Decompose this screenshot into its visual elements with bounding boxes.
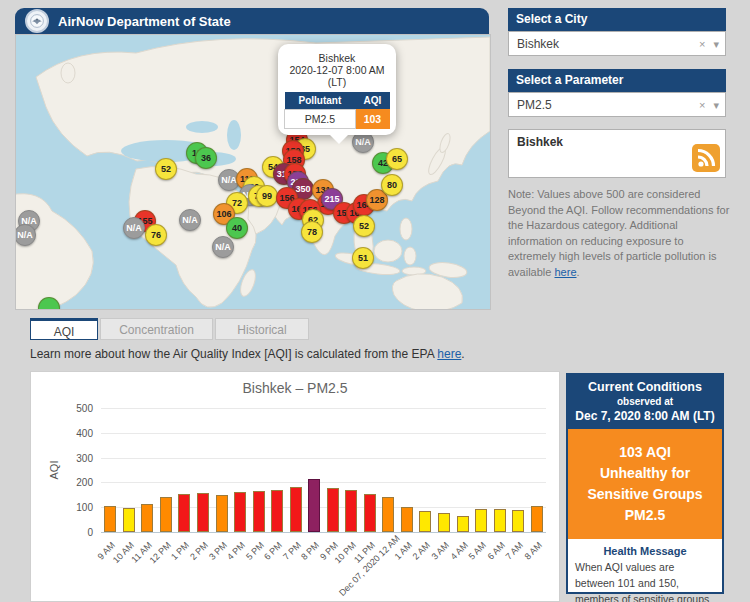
note-text: Note: Values above 500 are considered Be… <box>508 188 729 278</box>
note-here-link[interactable]: here <box>554 266 576 278</box>
y-axis-label: AQI <box>48 461 60 480</box>
world-aqi-map[interactable]: N/AN/A13365254N/A11186N/A71997210640N/AN… <box>15 34 491 310</box>
chart-bar <box>419 511 431 532</box>
aqi-map-marker[interactable]: 51 <box>352 247 374 269</box>
map-popup: Bishkek 2020-12-07 8:00 AM (LT) Pollutan… <box>278 44 396 135</box>
aqi-map-marker[interactable]: 78 <box>301 221 323 243</box>
popup-aqi-value: 103 <box>355 110 389 129</box>
parameter-clear-icon[interactable]: × <box>699 99 705 111</box>
chart-bar <box>290 487 302 532</box>
chart-bar <box>531 506 543 532</box>
feed-box: Bishkek <box>508 129 726 178</box>
chart-bar <box>178 494 190 532</box>
parameter-select[interactable]: PM2.5 ×▾ <box>508 92 726 117</box>
learn-more-text: Learn more about how the Air Quality Ind… <box>30 347 437 361</box>
cc-datetime: Dec 7, 2020 8:00 AM (LT) <box>572 409 718 423</box>
gridline <box>101 408 546 409</box>
learn-more-line: Learn more about how the Air Quality Ind… <box>30 347 465 361</box>
health-message-title: Health Message <box>568 545 722 557</box>
learn-more-suffix: . <box>461 347 464 361</box>
chart-bar <box>253 491 265 532</box>
chart-bar <box>197 493 209 532</box>
select-parameter-header: Select a Parameter <box>508 69 726 92</box>
aqi-map-marker[interactable]: N/A <box>212 236 234 258</box>
y-tick-label: 400 <box>63 428 93 439</box>
gridline <box>101 458 546 459</box>
chart-bar <box>327 488 339 532</box>
aqi-map-marker[interactable]: 36 <box>195 147 217 169</box>
chart-bar <box>494 509 506 532</box>
parameter-select-value: PM2.5 <box>517 98 552 112</box>
rss-icon[interactable] <box>692 144 720 172</box>
chart-bar <box>438 513 450 532</box>
city-clear-icon[interactable]: × <box>699 38 705 50</box>
aqi-map-marker[interactable]: 80 <box>381 174 403 196</box>
chart-bar <box>345 490 357 532</box>
y-tick-label: 0 <box>63 527 93 538</box>
tab-aqi[interactable]: AQI <box>30 318 98 340</box>
chart-bar <box>382 497 394 532</box>
aqi-bar-chart: Bishkek – PM2.5 AQI 0100200300400500 9 A… <box>30 371 560 602</box>
aqi-map-marker[interactable]: 52 <box>353 215 375 237</box>
chart-bar <box>475 509 487 532</box>
select-city-header: Select a City <box>508 8 726 31</box>
health-message-text: When AQI values are between 101 and 150,… <box>568 560 722 602</box>
chart-plot-area <box>101 408 546 533</box>
popup-timezone: (LT) <box>284 76 390 88</box>
chart-bar <box>364 494 376 532</box>
y-tick-label: 200 <box>63 477 93 488</box>
chart-bar <box>104 506 116 532</box>
parameter-caret-icon[interactable]: ▾ <box>713 99 719 111</box>
y-tick-label: 300 <box>63 453 93 464</box>
chart-bar <box>123 508 135 532</box>
tab-historical[interactable]: Historical <box>215 318 309 340</box>
y-tick-label: 100 <box>63 502 93 513</box>
cc-pollutant: PM2.5 <box>574 505 716 526</box>
cc-aqi-value: 103 AQI <box>574 442 716 463</box>
popup-city: Bishkek <box>284 52 390 64</box>
chart-bar <box>141 504 153 532</box>
gridline <box>101 482 546 483</box>
aqi-map-marker[interactable]: 52 <box>155 158 177 180</box>
city-select[interactable]: Bishkek ×▾ <box>508 31 726 56</box>
tab-concentration[interactable]: Concentration <box>100 318 213 340</box>
chart-bar <box>401 507 413 532</box>
city-select-value: Bishkek <box>517 37 559 51</box>
airnow-page: AirNow Department of State <box>0 0 750 602</box>
chart-bar <box>271 490 283 532</box>
chart-bar <box>512 510 524 532</box>
beyond-aqi-note: Note: Values above 500 are considered Be… <box>508 187 730 280</box>
aqi-map-marker[interactable]: N/A <box>179 209 201 231</box>
feed-city-label: Bishkek <box>517 135 563 149</box>
learn-more-here-link[interactable]: here <box>437 347 461 361</box>
cc-title: Current Conditions <box>572 380 718 394</box>
chart-bar <box>234 492 246 532</box>
popup-tail <box>330 135 348 144</box>
chart-bar <box>216 495 228 532</box>
aqi-map-marker[interactable]: N/A <box>123 217 145 239</box>
chart-title: Bishkek – PM2.5 <box>31 380 559 396</box>
current-conditions-panel: Current Conditions observed at Dec 7, 20… <box>566 373 724 594</box>
department-of-state-seal-icon <box>25 9 49 33</box>
popup-table: Pollutant AQI PM2.5 103 <box>284 92 390 129</box>
aqi-map-marker[interactable]: 99 <box>256 185 278 207</box>
y-tick-label: 500 <box>63 403 93 414</box>
aqi-map-marker[interactable]: N/A <box>15 224 36 246</box>
aqi-map-marker[interactable]: 76 <box>145 224 167 246</box>
popup-datetime: 2020-12-07 8:00 AM <box>284 64 390 76</box>
app-header: AirNow Department of State <box>15 8 489 34</box>
city-caret-icon[interactable]: ▾ <box>713 38 719 50</box>
popup-col-pollutant: Pollutant <box>285 92 356 110</box>
current-conditions-header: Current Conditions observed at Dec 7, 20… <box>568 375 722 429</box>
aqi-map-marker[interactable]: 40 <box>226 217 248 239</box>
page-title: AirNow Department of State <box>58 14 231 29</box>
gridline <box>101 433 546 434</box>
chart-bar <box>160 497 172 532</box>
aqi-map-marker[interactable]: 65 <box>386 148 408 170</box>
chart-bar <box>457 516 469 532</box>
popup-pollutant-value: PM2.5 <box>285 110 356 129</box>
chart-bar <box>308 479 320 532</box>
cc-aqi-block: 103 AQI Unhealthy for Sensitive Groups P… <box>568 429 722 539</box>
cc-aqi-category: Unhealthy for Sensitive Groups <box>574 463 716 505</box>
cc-subtitle: observed at <box>572 396 718 407</box>
